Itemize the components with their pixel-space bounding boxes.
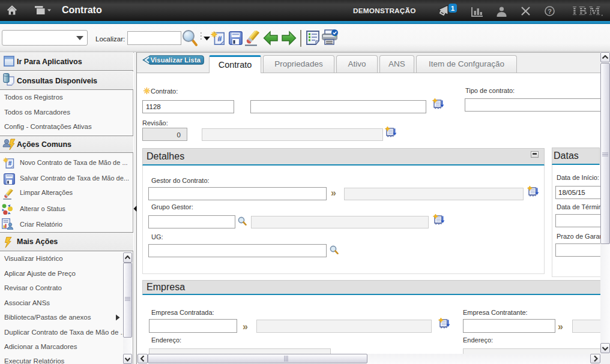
svg-text:#: #	[217, 34, 222, 43]
svg-text:1: 1	[451, 5, 455, 12]
svg-text:Visualizar Lista: Visualizar Lista	[151, 56, 201, 64]
svg-text:#: #	[8, 160, 12, 167]
svg-text:?: ?	[548, 8, 552, 15]
